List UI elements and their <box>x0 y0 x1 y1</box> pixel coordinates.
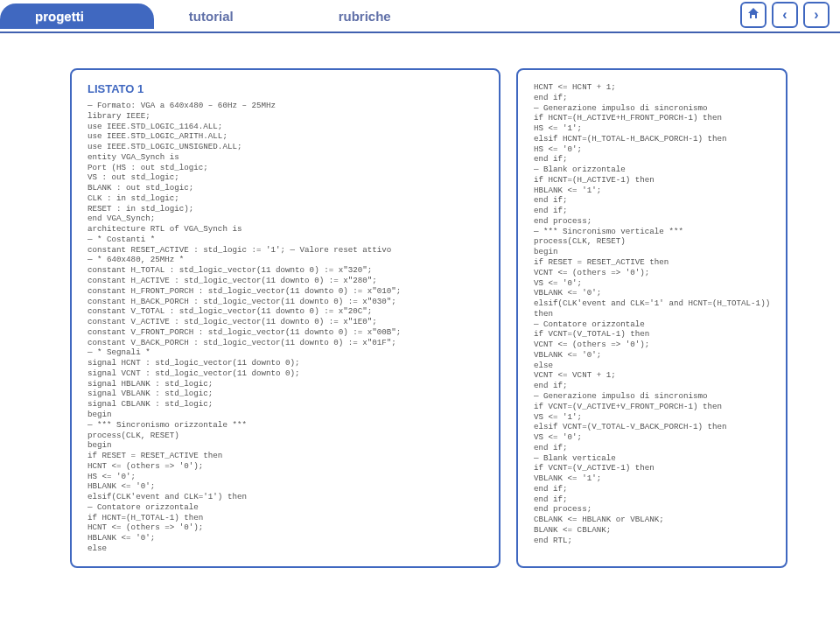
page-header: progetti tutorial rubriche ‹ › <box>0 0 840 33</box>
chevron-right-icon: › <box>814 7 818 23</box>
nav-buttons: ‹ › <box>740 2 830 28</box>
tab-progetti[interactable]: progetti <box>0 4 154 29</box>
code-box-right: HCNT <= HCNT + 1; end if; — Generazione … <box>516 68 788 568</box>
home-icon <box>746 6 760 24</box>
content-area: LISTATO 1 — Formato: VGA a 640x480 – 60H… <box>0 33 840 585</box>
chevron-left-icon: ‹ <box>782 7 787 23</box>
code-left: — Formato: VGA a 640x480 – 60Hz – 25MHz … <box>88 101 483 554</box>
code-box-left: LISTATO 1 — Formato: VGA a 640x480 – 60H… <box>70 68 500 568</box>
prev-button[interactable]: ‹ <box>772 2 798 28</box>
tab-tutorial[interactable]: tutorial <box>154 4 304 29</box>
home-button[interactable] <box>740 2 766 28</box>
next-button[interactable]: › <box>803 2 830 28</box>
tabs-container: progetti tutorial rubriche <box>0 4 461 29</box>
listing-title: LISTATO 1 <box>88 82 483 95</box>
tab-rubriche[interactable]: rubriche <box>304 4 461 29</box>
code-right: HCNT <= HCNT + 1; end if; — Generazione … <box>534 82 770 545</box>
